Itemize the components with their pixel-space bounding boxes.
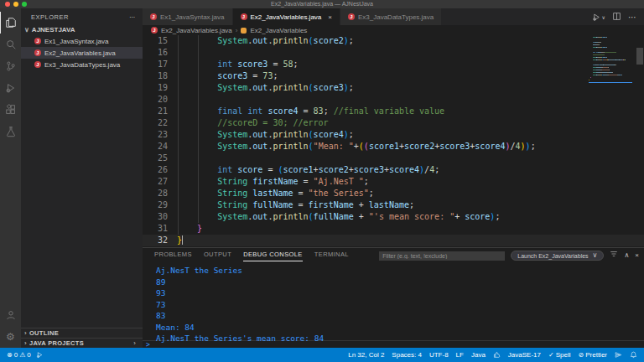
code-line[interactable]: 17 int score3 = 58; — [143, 59, 644, 70]
minimap-line — [589, 67, 632, 68]
explorer-icon[interactable] — [0, 12, 21, 34]
code-line[interactable]: 19 System.out.println(score3); — [143, 82, 644, 94]
code-line[interactable]: 23 System.out.println(score4); — [143, 129, 644, 141]
search-icon[interactable] — [0, 34, 21, 55]
code-line[interactable]: 28 String lastName = "the Series"; — [143, 188, 644, 199]
warning-icon: ⚠ — [19, 351, 25, 359]
eol-status[interactable]: LF — [456, 351, 464, 359]
code-line[interactable]: 24 System.out.println("Mean: "+((score1+… — [143, 141, 644, 153]
minimap[interactable] — [589, 37, 632, 83]
breadcrumb: J Ex2_JavaVariables.java › Ex2_JavaVaria… — [143, 25, 644, 35]
debug-filter-input[interactable] — [379, 251, 505, 261]
chevron-right-icon[interactable]: › — [133, 339, 136, 347]
code-text: int score = (score1+score2+score3+score4… — [177, 164, 439, 176]
sidebar-sections: ›OUTLINE›JAVA PROJECTS› — [21, 328, 143, 348]
encoding-status[interactable]: UTF-8 — [429, 351, 449, 359]
notifications-bell-icon[interactable] — [630, 351, 637, 359]
editor-more-icon[interactable]: ⋯ — [628, 13, 637, 22]
line-number: 30 — [143, 211, 168, 223]
file-item[interactable]: JEx3_JavaDataTypes.java — [21, 59, 143, 70]
debug-console-input[interactable]: > — [143, 340, 644, 348]
panel-filter-icon[interactable] — [610, 250, 618, 261]
code-line[interactable]: 30 System.out.println(fullName + "'s mea… — [143, 211, 644, 223]
code-line[interactable]: 27 String firstName = "Aj.NesT "; — [143, 176, 644, 188]
debug-output-line: Aj.NesT the Series — [156, 265, 324, 277]
code-line[interactable]: 22 //scoreD = 30; //error — [143, 117, 644, 129]
split-editor-icon[interactable] — [612, 9, 621, 24]
close-panel-icon[interactable]: × — [635, 251, 639, 261]
tab-label: Ex1_JavaSyntax.java — [160, 13, 225, 21]
panel-tab-problems[interactable]: PROBLEMS — [154, 248, 192, 261]
no-entry-icon: ⊘ — [579, 351, 584, 359]
panel-tab-terminal[interactable]: TERMINAL — [314, 248, 349, 261]
code-line[interactable]: 15 System.out.println(score2); — [143, 35, 644, 47]
breadcrumb-file[interactable]: Ex2_JavaVariables.java — [161, 27, 232, 34]
prettier-status[interactable]: ⊘ Prettier — [579, 351, 608, 359]
panel-tab-output[interactable]: OUTPUT — [204, 248, 231, 261]
java-file-icon: J — [34, 49, 41, 56]
sidebar-section-java-projects[interactable]: ›JAVA PROJECTS› — [21, 338, 143, 348]
java-server-status-icon[interactable] — [493, 351, 501, 359]
folder-root-label: AJNESTJAVA — [32, 26, 75, 34]
code-text: System.out.println("Mean: "+((score1+sco… — [177, 141, 536, 153]
maximize-panel-icon[interactable]: ∧ — [624, 251, 629, 261]
account-icon[interactable] — [0, 304, 21, 326]
code-editor[interactable]: 15 System.out.println(score2);1617 int s… — [143, 35, 644, 247]
code-line[interactable]: 20 — [143, 94, 644, 106]
run-java-button[interactable]: ∨ — [592, 13, 605, 22]
breadcrumb-symbol[interactable]: Ex2_JavaVariables — [250, 27, 307, 34]
code-line[interactable]: 31 } — [143, 223, 644, 235]
minimap-line — [589, 37, 632, 38]
status-bar: ⊗ 0 ⚠ 0 Ln 32, Col 2 Spaces: 4 UTF-8 LF … — [0, 348, 644, 362]
code-line[interactable]: 21 final int score4 = 83; //final variab… — [143, 106, 644, 117]
explorer-more-icon[interactable]: ⋯ — [129, 13, 136, 21]
testing-icon[interactable] — [0, 121, 21, 142]
java-file-icon: J — [34, 61, 41, 68]
extensions-icon[interactable] — [0, 99, 21, 121]
settings-gear-icon[interactable]: ⚙ — [0, 326, 21, 348]
code-line[interactable]: 16 — [143, 47, 644, 59]
editor-group: JEx1_JavaSyntax.javaJEx2_JavaVariables.j… — [143, 8, 644, 348]
editor-tab[interactable]: JEx1_JavaSyntax.java — [143, 8, 233, 25]
close-tab-icon[interactable]: × — [328, 13, 332, 21]
spell-status[interactable]: ✓ Spell — [548, 351, 571, 359]
bottom-panel: PROBLEMSOUTPUTDEBUG CONSOLETERMINAL Laun… — [143, 247, 644, 348]
folder-root[interactable]: ∨ AJNESTJAVA — [21, 24, 143, 35]
source-control-icon[interactable] — [0, 55, 21, 77]
launch-config-select[interactable]: Launch Ex2_JavaVariables ∨ — [511, 251, 604, 261]
jdk-status[interactable]: JavaSE-17 — [508, 351, 541, 359]
feedback-icon[interactable] — [615, 351, 622, 359]
sidebar-section-outline[interactable]: ›OUTLINE — [21, 328, 143, 338]
language-mode[interactable]: Java — [471, 351, 486, 359]
editor-tab[interactable]: JEx2_JavaVariables.java× — [233, 8, 340, 25]
editor-scrollbar[interactable] — [636, 48, 643, 65]
file-item[interactable]: JEx2_JavaVariables.java — [21, 47, 143, 59]
tab-bar: JEx1_JavaSyntax.javaJEx2_JavaVariables.j… — [143, 8, 644, 25]
panel-header: PROBLEMSOUTPUTDEBUG CONSOLETERMINAL Laun… — [143, 248, 644, 261]
explorer-title: EXPLORER — [31, 13, 69, 21]
code-line[interactable]: 18 score3 = 73; — [143, 70, 644, 82]
minimap-line — [589, 42, 632, 43]
warning-count: 0 — [27, 351, 30, 359]
code-text: System.out.println(score4); — [177, 129, 354, 141]
cursor-position[interactable]: Ln 32, Col 2 — [348, 351, 384, 359]
debug-status-icon[interactable] — [36, 351, 44, 359]
section-label: OUTLINE — [29, 329, 59, 337]
line-number: 18 — [143, 70, 168, 82]
editor-tab[interactable]: JEx3_JavaDataTypes.java — [340, 8, 442, 25]
file-item-label: Ex3_JavaDataTypes.java — [44, 61, 120, 69]
indent-guide — [178, 35, 179, 235]
code-line[interactable]: 26 int score = (score1+score2+score3+sco… — [143, 164, 644, 176]
panel-tab-debug-console[interactable]: DEBUG CONSOLE — [243, 248, 303, 261]
code-line[interactable]: 29 String fullName = firstName + lastNam… — [143, 199, 644, 211]
problems-status[interactable]: ⊗ 0 ⚠ 0 — [7, 351, 31, 359]
minimap-line — [589, 80, 632, 80]
code-line[interactable]: 25 — [143, 153, 644, 164]
run-dropdown-icon[interactable]: ∨ — [602, 14, 605, 20]
file-item[interactable]: JEx1_JavaSyntax.java — [21, 35, 143, 47]
code-line[interactable]: 32} — [143, 235, 644, 246]
line-number: 21 — [143, 106, 168, 117]
line-number: 25 — [143, 153, 168, 164]
indentation-status[interactable]: Spaces: 4 — [392, 351, 422, 359]
run-debug-icon[interactable] — [0, 77, 21, 99]
